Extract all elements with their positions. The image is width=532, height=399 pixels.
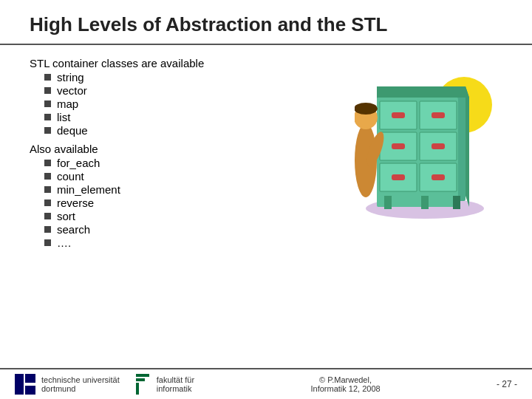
- list-item-text: search: [57, 223, 90, 236]
- list-item: deque: [44, 124, 332, 137]
- list-item-text: min_element: [57, 183, 120, 196]
- footer-faculty-line2: informatik: [157, 384, 194, 393]
- list-item: ….: [44, 236, 332, 249]
- list-item: string: [44, 71, 332, 83]
- bullet-icon: [44, 173, 51, 180]
- svg-marker-4: [377, 86, 469, 98]
- list-item-text: vector: [57, 84, 87, 97]
- footer-univ-line2: dortmund: [41, 384, 120, 393]
- svg-rect-14: [392, 143, 405, 149]
- section1-header: STL container classes are available: [30, 57, 332, 69]
- section2-list: for_each count min_element reverse sort …: [30, 157, 332, 249]
- svg-rect-11: [432, 112, 445, 118]
- footer-university: technische universität dortmund: [41, 375, 120, 393]
- list-item: search: [44, 223, 332, 236]
- illustration-area: [347, 57, 502, 368]
- left-content: STL container classes are available stri…: [30, 57, 347, 368]
- list-item: map: [44, 98, 332, 110]
- svg-rect-31: [15, 374, 24, 395]
- svg-rect-8: [392, 112, 405, 118]
- bullet-icon: [44, 226, 51, 233]
- svg-point-29: [355, 103, 378, 115]
- bullet-icon: [44, 186, 51, 193]
- list-item-text: map: [57, 98, 78, 110]
- footer-copyright: © P.Marwedel, Informatik 12, 2008: [310, 375, 380, 393]
- footer-univ-line1: technische universität: [41, 375, 120, 384]
- list-item-text: deque: [57, 124, 88, 137]
- svg-rect-26: [453, 196, 460, 209]
- list-item-text: count: [57, 170, 84, 183]
- svg-rect-36: [136, 383, 139, 395]
- svg-rect-25: [421, 196, 429, 209]
- tu-logo-icon: [15, 374, 35, 395]
- section2-header: Also available: [30, 143, 332, 155]
- list-item-text: string: [57, 71, 84, 83]
- bullet-icon: [44, 213, 51, 219]
- slide: High Levels of Abstraction and the STL S…: [0, 0, 532, 399]
- svg-rect-23: [432, 174, 445, 180]
- footer-left: technische universität dortmund fakultät…: [15, 374, 194, 395]
- bullet-icon: [44, 74, 51, 81]
- list-item: min_element: [44, 183, 332, 196]
- bullet-icon: [44, 87, 51, 94]
- fi-logo-icon: [134, 374, 151, 395]
- list-item-text: reverse: [57, 197, 94, 209]
- list-item-text: ….: [57, 236, 71, 249]
- list-item: for_each: [44, 157, 332, 169]
- bullet-icon: [44, 239, 51, 246]
- svg-rect-35: [136, 378, 145, 381]
- svg-rect-24: [384, 196, 392, 209]
- svg-rect-33: [25, 386, 35, 395]
- section1-list: string vector map list deque: [30, 71, 332, 137]
- bullet-icon: [44, 114, 51, 120]
- title-bar: High Levels of Abstraction and the STL: [0, 0, 532, 45]
- footer-faculty: fakultät für informatik: [157, 375, 194, 393]
- list-item: count: [44, 170, 332, 183]
- footer-faculty-line1: fakultät für: [157, 375, 194, 384]
- list-item: reverse: [44, 197, 332, 209]
- bullet-icon: [44, 200, 51, 206]
- bullet-icon: [44, 127, 51, 134]
- list-item-text: sort: [57, 210, 75, 222]
- svg-rect-32: [25, 374, 35, 383]
- slide-title: High Levels of Abstraction and the STL: [30, 13, 387, 35]
- footer-page-number: - 27 -: [497, 379, 517, 389]
- svg-rect-17: [432, 143, 445, 149]
- svg-rect-20: [392, 174, 405, 180]
- list-item: sort: [44, 210, 332, 222]
- list-item: list: [44, 111, 332, 123]
- dresser-illustration: [355, 64, 495, 212]
- svg-rect-34: [136, 374, 149, 377]
- list-item: vector: [44, 84, 332, 97]
- bullet-icon: [44, 160, 51, 166]
- list-item-text: list: [57, 111, 70, 123]
- list-item-text: for_each: [57, 157, 100, 169]
- footer-copyright-line2: Informatik 12, 2008: [310, 384, 380, 393]
- footer: technische universität dortmund fakultät…: [0, 368, 532, 399]
- footer-copyright-line1: © P.Marwedel,: [310, 375, 380, 384]
- content-area: STL container classes are available stri…: [0, 45, 532, 368]
- svg-marker-5: [466, 86, 469, 207]
- bullet-icon: [44, 100, 51, 107]
